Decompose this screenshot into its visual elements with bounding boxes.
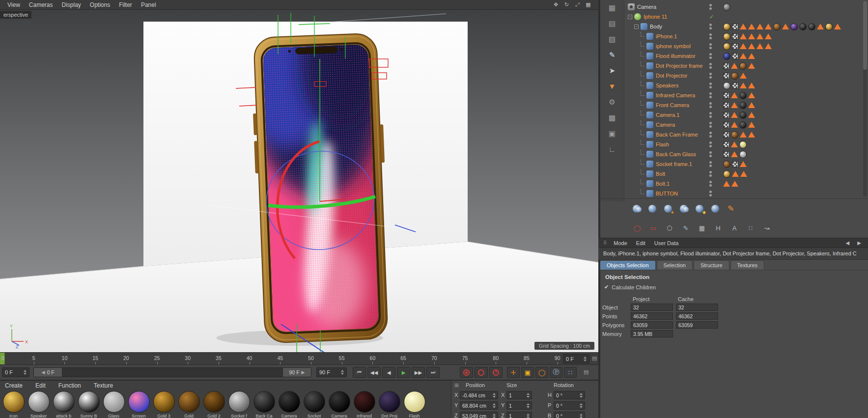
mode-menu-mode[interactable]: Mode (614, 240, 627, 246)
checker-tag[interactable] (732, 161, 738, 167)
tri-tag[interactable] (731, 151, 738, 157)
project-value[interactable]: 63059 (631, 321, 673, 329)
material-item[interactable]: Gold 3 (151, 391, 176, 418)
tree-row[interactable]: −Body (625, 22, 868, 31)
pale-tag[interactable] (739, 141, 747, 148)
visibility-dots[interactable] (709, 53, 712, 59)
size-field[interactable]: 1 (506, 391, 532, 399)
scrollbar-thumb[interactable] (863, 1, 867, 70)
array-objects-icon[interactable]: ▦ (609, 4, 616, 11)
spinner-icon[interactable] (491, 403, 496, 408)
dark-tag[interactable] (739, 92, 747, 99)
tri-tag[interactable] (817, 24, 824, 29)
tree-row[interactable]: Bolt (625, 169, 868, 179)
visibility-dots[interactable] (709, 24, 712, 29)
object-name[interactable]: Infrared Camera (656, 92, 695, 98)
viewport-canvas[interactable] (0, 10, 598, 352)
visibility-dots[interactable] (709, 63, 712, 69)
tree-row[interactable]: BUTTON (625, 189, 868, 198)
tri-tag[interactable] (765, 43, 772, 49)
goto-end-button[interactable]: ⏭ (426, 367, 440, 378)
expander-icon[interactable]: − (628, 15, 632, 19)
material-item[interactable]: Dot Proj (377, 391, 402, 418)
object-name[interactable]: Back Cam Glass (656, 151, 696, 157)
object-name[interactable]: Iphone 11 (644, 14, 667, 20)
visibility-dots[interactable] (709, 141, 712, 147)
rotation-field[interactable]: 0 ° (554, 401, 585, 410)
ruler-options-icon[interactable]: ▤ (592, 355, 597, 362)
perspective-viewport[interactable]: erspective Grid Spacing : 100 cm Y Z X (0, 10, 598, 352)
layer-settings-icon[interactable]: ⚙ (609, 98, 615, 106)
axis-mode-icon[interactable]: ∟ (609, 145, 616, 153)
spinner-icon[interactable] (578, 403, 583, 408)
tree-row[interactable]: Camera (625, 120, 868, 130)
menu-item-panel[interactable]: Panel (137, 1, 161, 8)
material-item[interactable]: Sunny B (76, 391, 101, 418)
cache-value[interactable]: 63059 (676, 321, 718, 329)
range-start-handle[interactable]: ◀ 0 F (34, 368, 62, 377)
spinner-icon[interactable] (491, 414, 496, 418)
poly-pen-icon[interactable]: ✎ (679, 222, 692, 234)
tri-tag[interactable] (731, 102, 738, 108)
tri-tag[interactable] (731, 112, 738, 118)
grid-array-icon[interactable]: ▩ (609, 114, 616, 121)
size-field[interactable]: 1 (506, 401, 532, 410)
navy-tag[interactable] (723, 53, 730, 60)
duplicate-objects-icon[interactable]: ▤ (609, 20, 616, 27)
cube-tool-icon[interactable]: ▦ (696, 222, 708, 234)
tree-row[interactable]: Camera (625, 2, 868, 12)
spinner-icon[interactable] (22, 370, 27, 375)
tree-row[interactable]: iPhone.1 (625, 31, 868, 41)
record-scale-toggle[interactable]: ▣ (521, 367, 534, 378)
material-item[interactable]: Glass (101, 391, 126, 418)
object-name[interactable]: Flood illuminator (656, 53, 696, 59)
tri-tag[interactable] (740, 43, 747, 49)
timeline-ruler[interactable]: 0 F ▤ 0510152025303540455055606570758085… (0, 352, 598, 365)
rotation-field[interactable]: 0 ° (554, 412, 585, 418)
object-name[interactable]: Camera.1 (656, 112, 679, 118)
tri-tag[interactable] (748, 92, 755, 98)
material-menu-texture[interactable]: Texture (94, 382, 113, 389)
tri-tag[interactable] (748, 43, 755, 49)
object-name[interactable]: BUTTON (656, 191, 678, 196)
dark-tag[interactable] (739, 102, 747, 109)
tree-row[interactable]: Front Camera (625, 100, 868, 110)
object-name[interactable]: Camera (637, 4, 656, 10)
visibility-dots[interactable] (709, 171, 712, 177)
tri-tag[interactable] (740, 24, 747, 29)
prev-key-button[interactable]: ◀◀ (367, 367, 381, 378)
pan-view-icon[interactable]: ✥ (552, 1, 560, 9)
visibility-dots[interactable] (709, 102, 712, 108)
spline-tool-icon[interactable]: ↝ (760, 222, 773, 234)
checker-tag[interactable] (723, 73, 729, 79)
menu-item-display[interactable]: Display (57, 1, 85, 8)
object-name[interactable]: Body (650, 24, 662, 29)
orbit-view-icon[interactable]: ↻ (562, 1, 571, 9)
tri-tag[interactable] (740, 171, 747, 177)
goto-start-button[interactable]: ⏮ (353, 367, 366, 378)
material-item[interactable]: Flash (402, 391, 427, 418)
record-keyframe-button[interactable] (460, 367, 473, 378)
cache-value[interactable] (676, 330, 718, 337)
scrollbar[interactable] (863, 1, 867, 196)
brown-tag[interactable] (773, 23, 781, 30)
dark-tag[interactable] (799, 23, 807, 30)
tri-tag[interactable] (740, 132, 747, 138)
red-circle-tool-icon[interactable]: ◯ (631, 222, 644, 234)
material-sphere-icon[interactable] (631, 203, 643, 214)
tri-tag[interactable] (748, 33, 755, 39)
checker-tag[interactable] (723, 141, 729, 148)
object-name[interactable]: Speakers (656, 83, 678, 88)
visibility-dots[interactable]: ✓ (709, 14, 714, 20)
tab-textures[interactable]: Textures (730, 260, 765, 270)
range-end-handle[interactable]: 90 F ▶ (282, 368, 311, 377)
key-material-icon[interactable] (694, 203, 705, 214)
material-item[interactable]: Camera (327, 391, 352, 418)
gold-tag[interactable] (723, 43, 730, 50)
checker-tag[interactable] (732, 53, 738, 59)
object-name[interactable]: Bolt.1 (656, 181, 670, 187)
checker-tag[interactable] (723, 151, 729, 158)
gray-tag[interactable] (723, 3, 730, 11)
tree-row[interactable]: Flash (625, 139, 868, 149)
pick-tool-icon[interactable]: ➤ (609, 67, 616, 74)
